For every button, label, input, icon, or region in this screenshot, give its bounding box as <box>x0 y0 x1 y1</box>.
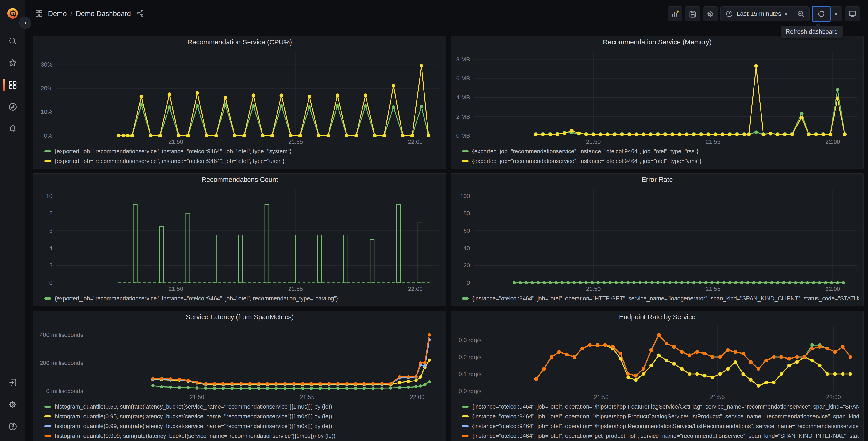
zoom-out-button[interactable] <box>792 6 809 21</box>
chevron-right-icon: › <box>24 18 27 27</box>
legend-series-label: {instance="otelcol:9464", job="otel", op… <box>472 423 859 430</box>
legend-item[interactable]: histogram_quantile(0.999, sum(rate(laten… <box>44 431 441 441</box>
clock-icon <box>725 10 733 18</box>
legend-item[interactable]: {instance="otelcol:9464", job="otel", op… <box>462 294 859 303</box>
chart-svg: 21:5021:5522:000.0 req/s0.1 req/s0.2 req… <box>451 323 864 401</box>
legend-item[interactable]: {instance="otelcol:9464", job="otel", op… <box>462 431 859 441</box>
save-dashboard-button[interactable] <box>685 6 700 21</box>
legend-item[interactable]: histogram_quantile(0.50, sum(rate(latenc… <box>44 402 441 412</box>
svg-text:22:00: 22:00 <box>408 286 423 292</box>
svg-text:80: 80 <box>463 210 470 217</box>
sidebar-expand-button[interactable]: › <box>20 17 31 29</box>
monitor-icon <box>848 9 857 18</box>
star-icon <box>8 58 18 68</box>
legend-series-swatch <box>462 160 469 162</box>
breadcrumb-page[interactable]: Demo Dashboard <box>76 10 131 18</box>
svg-text:21:55: 21:55 <box>706 138 720 145</box>
panel-title[interactable]: Endpoint Rate by Service <box>451 311 864 323</box>
tooltip-arrow <box>815 23 821 29</box>
chart-canvas[interactable]: 21:5021:5522:000 milliseconds200 millise… <box>33 323 446 401</box>
svg-text:0: 0 <box>49 280 53 286</box>
sidebar-item-explore[interactable] <box>0 96 25 118</box>
legend-item[interactable]: {exported_job="recommendationservice", i… <box>462 146 859 156</box>
panel-title[interactable]: Service Latency (from SpanMetrics) <box>33 311 446 323</box>
legend-item[interactable]: {instance="otelcol:9464", job="otel", op… <box>462 421 859 431</box>
legend-series-swatch <box>462 415 469 417</box>
time-range-picker[interactable]: Last 15 minutes ▾ <box>721 6 792 21</box>
legend-series-label: histogram_quantile(0.999, sum(rate(laten… <box>55 433 336 439</box>
panel-legend: {exported_job="recommendationservice", i… <box>451 146 864 169</box>
svg-text:21:50: 21:50 <box>594 394 609 401</box>
panel-legend: histogram_quantile(0.50, sum(rate(latenc… <box>33 401 446 441</box>
svg-text:22:00: 22:00 <box>826 138 840 145</box>
panel-recommendation-memory: Recommendation Service (Memory) 21:5021:… <box>451 36 864 169</box>
legend-series-swatch <box>44 160 51 162</box>
dashboard-settings-button[interactable] <box>703 6 718 21</box>
panel-service-latency: Service Latency (from SpanMetrics) 21:50… <box>33 311 446 441</box>
chart-svg: 21:5021:5522:000 milliseconds200 millise… <box>33 323 446 401</box>
apps-grid-icon[interactable] <box>34 9 43 19</box>
refresh-interval-caret[interactable]: ▾ <box>830 6 842 21</box>
svg-text:0 milliseconds: 0 milliseconds <box>46 388 83 394</box>
chart-canvas[interactable]: 21:5021:5522:00020406080100 <box>451 185 864 293</box>
legend-series-swatch <box>462 150 469 152</box>
legend-series-swatch <box>44 425 51 427</box>
panel-legend: {instance="otelcol:9464", job="otel", op… <box>451 293 864 306</box>
refresh-dashboard-button[interactable] <box>812 6 831 22</box>
time-range-label: Last 15 minutes <box>737 10 781 18</box>
sidebar-item-sign-in[interactable] <box>0 372 25 393</box>
grafana-logo[interactable] <box>6 6 20 21</box>
chart-canvas[interactable]: 21:5021:5522:000 MB2 MB4 MB6 MB8 MB <box>451 48 864 146</box>
chart-svg: 21:5021:5522:000 MB2 MB4 MB6 MB8 MB <box>451 48 864 146</box>
active-indicator <box>3 79 5 91</box>
sidebar-item-settings[interactable] <box>0 393 25 415</box>
svg-text:21:50: 21:50 <box>586 138 601 145</box>
svg-text:22:00: 22:00 <box>826 286 840 292</box>
legend-item[interactable]: histogram_quantile(0.99, sum(rate(latenc… <box>44 421 441 431</box>
legend-item[interactable]: {exported_job="recommendationservice", i… <box>44 156 441 166</box>
svg-text:0.0 req/s: 0.0 req/s <box>459 388 482 394</box>
sidebar-item-alerting[interactable] <box>0 118 25 140</box>
legend-item[interactable]: {instance="otelcol:9464", job="otel", op… <box>462 402 859 412</box>
panel-title[interactable]: Error Rate <box>451 174 864 185</box>
svg-text:21:55: 21:55 <box>300 394 314 401</box>
svg-text:0 MB: 0 MB <box>456 132 470 139</box>
breadcrumb-separator: / <box>70 10 72 18</box>
add-panel-button[interactable] <box>668 6 682 21</box>
panel-title[interactable]: Recommendations Count <box>33 174 446 185</box>
legend-item[interactable]: {instance="otelcol:9464", job="otel", op… <box>462 412 859 421</box>
time-range-group: Last 15 minutes ▾ <box>720 6 810 21</box>
panel-title[interactable]: Recommendation Service (CPU%) <box>33 36 446 48</box>
chart-svg: 21:5021:5522:000%10%20%30% <box>33 48 446 146</box>
dashboard-grid: Recommendation Service (CPU%) 21:5021:55… <box>25 28 868 441</box>
top-navbar: Demo / Demo Dashboard <box>25 0 868 28</box>
chart-canvas[interactable]: 21:5021:5522:000%10%20%30% <box>33 48 446 146</box>
share-dashboard-button[interactable] <box>136 9 144 18</box>
sidebar-item-help[interactable] <box>0 415 25 437</box>
sidebar-item-starred[interactable] <box>0 52 25 74</box>
legend-item[interactable]: {exported_job="recommendationservice", i… <box>44 146 441 156</box>
svg-text:21:50: 21:50 <box>168 138 183 145</box>
legend-item[interactable]: {exported_job="recommendationservice", i… <box>44 294 441 303</box>
breadcrumb: Demo / Demo Dashboard <box>48 10 131 18</box>
legend-series-label: {exported_job="recommendationservice", i… <box>472 158 701 164</box>
breadcrumb-section[interactable]: Demo <box>48 10 67 18</box>
cycle-view-mode-button[interactable] <box>845 6 860 21</box>
svg-text:8 MB: 8 MB <box>456 56 470 63</box>
svg-text:60: 60 <box>463 227 470 234</box>
sidebar-item-search[interactable] <box>0 30 25 52</box>
legend-series-label: histogram_quantile(0.99, sum(rate(latenc… <box>55 423 332 430</box>
svg-text:20%: 20% <box>41 85 53 92</box>
chart-canvas[interactable]: 21:5021:5522:000.0 req/s0.1 req/s0.2 req… <box>451 323 864 401</box>
chart-svg: 21:5021:5522:00020406080100 <box>451 185 864 293</box>
chart-canvas[interactable]: 21:5021:5522:000246810 <box>33 185 446 293</box>
svg-text:6 MB: 6 MB <box>456 75 470 82</box>
legend-series-swatch <box>44 297 51 299</box>
panel-title[interactable]: Recommendation Service (Memory) <box>451 36 864 48</box>
legend-item[interactable]: histogram_quantile(0.95, sum(rate(latenc… <box>44 412 441 421</box>
svg-text:2 MB: 2 MB <box>456 113 470 120</box>
legend-item[interactable]: {exported_job="recommendationservice", i… <box>462 156 859 166</box>
sidebar-item-dashboards[interactable] <box>0 74 25 96</box>
dashboards-icon <box>8 80 18 90</box>
legend-series-label: {exported_job="recommendationservice", i… <box>55 148 291 155</box>
